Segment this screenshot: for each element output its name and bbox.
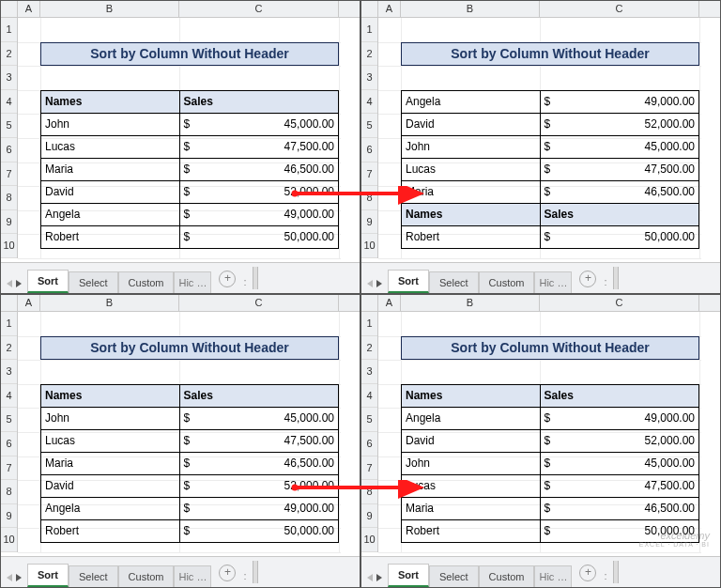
row-header-10[interactable]: 10 (361, 234, 377, 258)
row-header-9[interactable]: 9 (1, 504, 17, 529)
tab-select[interactable]: Select (429, 565, 479, 587)
cell-sales[interactable]: $45,000.00 (540, 135, 699, 158)
row-header-5[interactable]: 5 (361, 408, 377, 432)
cell-sales[interactable]: $52,000.00 (540, 113, 699, 135)
row-header-8[interactable]: 8 (1, 480, 17, 504)
row-header-2[interactable]: 2 (361, 42, 377, 67)
tab-resize-handle[interactable] (253, 267, 258, 289)
corner-cell[interactable] (1, 295, 18, 311)
column-header-C[interactable]: C (179, 1, 339, 17)
tab-custom[interactable]: Custom (479, 565, 535, 587)
row-header-7[interactable]: 7 (361, 456, 377, 481)
new-sheet-button[interactable]: + (579, 565, 596, 581)
cells-area[interactable]: Sort by Column Without HeaderNamesSalesA… (378, 312, 701, 552)
row-header-9[interactable]: 9 (1, 210, 17, 235)
row-header-2[interactable]: 2 (1, 42, 17, 67)
column-header-A[interactable]: A (378, 295, 401, 311)
row-header-10[interactable]: 10 (1, 528, 17, 552)
row-header-6[interactable]: 6 (361, 138, 377, 162)
table-row[interactable]: John$45,000.00 (41, 407, 339, 429)
cell-name[interactable]: Robert (402, 519, 541, 542)
table-row[interactable]: Lucas$47,500.00 (41, 135, 339, 158)
tab-resize-handle[interactable] (613, 561, 619, 583)
cell-sales[interactable]: $46,500.00 (540, 497, 699, 519)
table-row[interactable]: NamesSales (41, 384, 339, 407)
row-header-8[interactable]: 8 (1, 186, 17, 210)
table-row[interactable]: David$52,000.00 (41, 180, 339, 203)
new-sheet-button[interactable]: + (219, 565, 236, 581)
new-sheet-button[interactable]: + (579, 271, 596, 287)
column-header-A[interactable]: A (378, 1, 401, 17)
tab-select[interactable]: Select (69, 565, 118, 587)
tab-prev-icon[interactable] (7, 280, 12, 287)
cell-name[interactable]: Robert (402, 225, 541, 248)
row-header-1[interactable]: 1 (361, 18, 377, 42)
row-header-10[interactable]: 10 (361, 528, 377, 552)
row-header-9[interactable]: 9 (361, 210, 377, 235)
cell-name[interactable]: John (41, 113, 180, 135)
tab-menu-icon[interactable]: : (243, 276, 250, 293)
cell-name[interactable]: Lucas (41, 135, 180, 158)
table-row[interactable]: David$52,000.00 (402, 429, 699, 452)
cell-name[interactable]: Robert (41, 225, 180, 248)
row-header-2[interactable]: 2 (361, 336, 377, 361)
row-header-1[interactable]: 1 (1, 312, 17, 336)
cell-sales[interactable]: $45,000.00 (540, 452, 699, 474)
column-header-B[interactable]: B (401, 1, 540, 17)
table-row[interactable]: David$52,000.00 (41, 474, 339, 497)
new-sheet-button[interactable]: + (219, 271, 236, 287)
column-header-B[interactable]: B (401, 295, 540, 311)
table-row[interactable]: Angela$49,000.00 (41, 497, 339, 519)
row-header-3[interactable]: 3 (361, 360, 377, 384)
tab-sort[interactable]: Sort (388, 270, 429, 293)
tab-truncated[interactable]: Hic … (174, 271, 211, 293)
table-row[interactable]: NamesSales (402, 384, 699, 407)
cell-name[interactable]: Angela (402, 407, 541, 429)
table-row[interactable]: Angela$49,000.00 (402, 407, 699, 429)
tab-menu-icon[interactable]: : (243, 570, 250, 587)
cell-sales[interactable]: $45,000.00 (179, 407, 339, 429)
row-header-7[interactable]: 7 (361, 162, 377, 187)
table-row[interactable]: Maria$46,500.00 (402, 180, 699, 203)
column-header-B[interactable]: B (40, 1, 179, 17)
row-header-10[interactable]: 10 (1, 234, 17, 258)
cell-name[interactable]: David (41, 474, 180, 497)
row-header-1[interactable]: 1 (361, 312, 377, 336)
tab-truncated[interactable]: Hic … (534, 271, 572, 293)
cell-sales[interactable]: $46,500.00 (179, 158, 339, 180)
tab-next-icon[interactable] (16, 280, 22, 287)
row-header-7[interactable]: 7 (1, 162, 17, 187)
cell-name[interactable]: John (41, 407, 180, 429)
cell-sales[interactable]: $49,000.00 (179, 203, 339, 225)
corner-cell[interactable] (1, 1, 18, 17)
tab-resize-handle[interactable] (253, 561, 258, 583)
row-header-4[interactable]: 4 (1, 90, 17, 115)
cells-area[interactable]: Sort by Column Without HeaderNamesSalesJ… (18, 312, 341, 552)
cell-name[interactable]: David (402, 429, 541, 452)
cell-name[interactable]: Maria (41, 452, 180, 474)
cell-name[interactable]: John (402, 452, 541, 474)
cell-sales[interactable]: $45,000.00 (179, 113, 339, 135)
row-header-4[interactable]: 4 (361, 384, 377, 409)
cell-sales[interactable]: $47,500.00 (540, 474, 699, 497)
row-header-6[interactable]: 6 (361, 432, 377, 456)
cell-name[interactable]: David (41, 180, 180, 203)
row-header-5[interactable]: 5 (1, 408, 17, 432)
corner-cell[interactable] (361, 1, 378, 17)
column-header-C[interactable]: C (179, 295, 339, 311)
tab-truncated[interactable]: Hic … (534, 565, 572, 587)
tab-sort[interactable]: Sort (27, 564, 69, 587)
row-header-3[interactable]: 3 (1, 66, 17, 90)
row-header-9[interactable]: 9 (361, 504, 377, 529)
cell-sales[interactable]: $52,000.00 (179, 474, 339, 497)
tab-custom[interactable]: Custom (479, 271, 535, 293)
row-header-6[interactable]: 6 (1, 138, 17, 162)
table-row[interactable]: Angela$49,000.00 (41, 203, 339, 225)
cell-name[interactable]: David (402, 113, 541, 135)
column-header-C[interactable]: C (540, 1, 699, 17)
table-row[interactable]: NamesSales (41, 90, 339, 113)
column-header-A[interactable]: A (18, 1, 40, 17)
tab-prev-icon[interactable] (367, 574, 373, 581)
cell-name[interactable]: Angela (41, 203, 180, 225)
cell-sales[interactable]: $47,500.00 (179, 135, 339, 158)
